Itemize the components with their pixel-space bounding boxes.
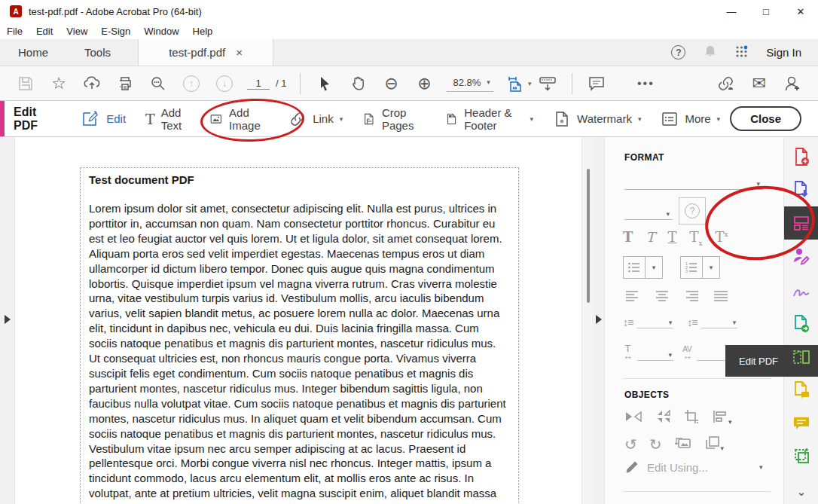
more-menu-button[interactable]: More ▾	[661, 110, 720, 128]
underline-button[interactable]: T	[667, 229, 676, 247]
send-share-icon[interactable]	[784, 307, 818, 341]
header-footer-menu-button[interactable]: Header & Footer ▾	[445, 106, 533, 132]
flip-vertical-button[interactable]	[655, 409, 671, 427]
more-tools-icon[interactable]: •••	[634, 71, 657, 96]
fit-width-caret-icon[interactable]: ▾	[528, 80, 532, 87]
organize-pages-icon[interactable]	[784, 341, 818, 374]
title-bar: A test-pdf.pdf - Adobe Acrobat Pro (64-b…	[0, 0, 818, 23]
edit-button-label: Edit	[106, 112, 126, 125]
menu-view[interactable]: View	[60, 26, 94, 37]
fit-width-icon[interactable]	[505, 71, 527, 96]
bullet-list-button[interactable]	[623, 256, 646, 279]
star-icon[interactable]: ☆	[47, 71, 70, 96]
page-number-input[interactable]	[247, 78, 270, 90]
font-family-select[interactable]: ▾	[624, 172, 763, 190]
align-justify-button[interactable]	[713, 289, 729, 306]
select-tool-icon[interactable]	[313, 71, 336, 96]
maximize-button[interactable]: □	[749, 0, 783, 23]
rotate-clockwise-button[interactable]: ↻	[649, 437, 662, 452]
zoom-in-icon[interactable]: ⊕	[413, 71, 435, 96]
italic-button[interactable]: T	[646, 229, 655, 247]
notifications-bell-icon[interactable]	[704, 44, 717, 60]
search-icon[interactable]	[147, 71, 169, 96]
email-icon[interactable]: ✉	[748, 71, 771, 96]
tab-tools[interactable]: Tools	[66, 39, 129, 66]
more-tools-chevron-icon[interactable]: ⌄	[784, 475, 818, 504]
save-icon[interactable]	[14, 71, 37, 96]
edit-using-button[interactable]: Edit Using... ▾	[624, 460, 762, 475]
share-link-icon[interactable]	[715, 71, 737, 96]
previous-page-icon[interactable]: ↑	[180, 71, 203, 96]
crop-pages-button[interactable]: Crop Pages	[362, 106, 426, 132]
line-spacing-icon: ↕≡	[623, 316, 633, 328]
menu-edit[interactable]: Edit	[29, 26, 60, 37]
text-block[interactable]: Test document PDF Lorem ipsum dolor sit …	[80, 167, 519, 504]
scan-ocr-icon[interactable]	[784, 440, 818, 473]
tab-document[interactable]: test-pdf.pdf ×	[138, 39, 273, 66]
horizontal-scale-select[interactable]: ▾	[637, 351, 673, 361]
rotate-counterclockwise-button[interactable]: ↺	[624, 437, 637, 452]
link-menu-button[interactable]: Link ▾	[288, 110, 343, 128]
font-help-button[interactable]: ?	[679, 197, 706, 225]
apps-grid-icon[interactable]	[735, 45, 748, 60]
close-window-button[interactable]: ✕	[783, 0, 818, 23]
superscript-button[interactable]: Tx	[716, 229, 728, 247]
zoom-level-select[interactable]: 82.8% ▾	[447, 75, 493, 92]
subscript-button[interactable]: Tx	[689, 229, 702, 247]
font-size-select[interactable]: ▾	[624, 202, 673, 220]
add-image-button[interactable]: Add Image	[209, 106, 269, 132]
bullet-list-caret[interactable]: ▾	[646, 256, 663, 279]
fill-sign-icon[interactable]	[784, 274, 818, 307]
close-edit-pdf-button[interactable]: Close	[730, 106, 801, 131]
tab-close-icon[interactable]: ×	[236, 47, 243, 58]
zoom-out-icon[interactable]: ⊖	[380, 71, 402, 96]
menu-window[interactable]: Window	[137, 26, 185, 37]
menu-help[interactable]: Help	[186, 26, 220, 37]
menu-file[interactable]: File	[0, 26, 29, 37]
align-center-button[interactable]	[654, 289, 670, 306]
request-signatures-icon[interactable]	[784, 240, 818, 273]
expand-left-pane-icon[interactable]	[5, 315, 11, 324]
menu-esign[interactable]: E-Sign	[94, 26, 137, 37]
align-right-button[interactable]	[683, 289, 700, 306]
account-icon[interactable]	[781, 71, 804, 96]
more-menu-icon	[661, 110, 679, 128]
content-area: Test document PDF Lorem ipsum dolor sit …	[0, 137, 818, 504]
align-objects-button[interactable]: ▾	[712, 409, 732, 427]
header-footer-icon	[445, 110, 458, 128]
align-left-button[interactable]	[624, 289, 641, 306]
bold-button[interactable]: T	[623, 229, 633, 247]
scrolling-mode-icon[interactable]	[536, 71, 559, 96]
numbered-list-button[interactable]: 123	[680, 256, 703, 279]
flip-horizontal-button[interactable]	[624, 409, 642, 427]
crop-object-button[interactable]	[683, 408, 700, 428]
add-text-button[interactable]: T Add Text	[145, 106, 190, 132]
export-pdf-icon[interactable]	[784, 173, 818, 206]
panel-divider	[623, 491, 771, 492]
comment-tool-icon[interactable]	[784, 407, 818, 440]
edit-button[interactable]: Edit	[81, 109, 126, 129]
paragraph-spacing-select[interactable]: ▾	[701, 319, 737, 328]
hand-tool-icon[interactable]	[346, 71, 369, 96]
sign-in-button[interactable]: Sign In	[766, 46, 801, 59]
vertical-scrollbar[interactable]	[581, 137, 594, 504]
edit-pdf-tool-icon[interactable]	[784, 206, 818, 240]
watermark-menu-button[interactable]: Watermark ▾	[553, 110, 641, 128]
compare-files-icon[interactable]	[784, 374, 818, 407]
numbered-list-caret[interactable]: ▾	[703, 256, 720, 279]
minimize-button[interactable]: —	[714, 0, 749, 23]
help-icon[interactable]: ?	[671, 45, 685, 60]
replace-image-button[interactable]	[674, 435, 692, 454]
print-icon[interactable]	[114, 71, 136, 96]
page-count-label: / 1	[276, 78, 286, 89]
comment-icon[interactable]	[585, 71, 608, 96]
create-pdf-icon[interactable]	[784, 140, 818, 173]
share-cloud-icon[interactable]	[81, 71, 103, 96]
next-page-icon[interactable]: ↓	[213, 71, 236, 96]
collapse-right-pane-icon[interactable]	[596, 315, 602, 324]
scrollbar-thumb[interactable]	[587, 169, 590, 303]
tab-home[interactable]: Home	[0, 39, 66, 66]
arrange-objects-button[interactable]: ▾	[704, 435, 725, 454]
left-nav-collapsed-strip[interactable]	[0, 137, 15, 504]
line-spacing-select[interactable]: ▾	[637, 319, 673, 328]
